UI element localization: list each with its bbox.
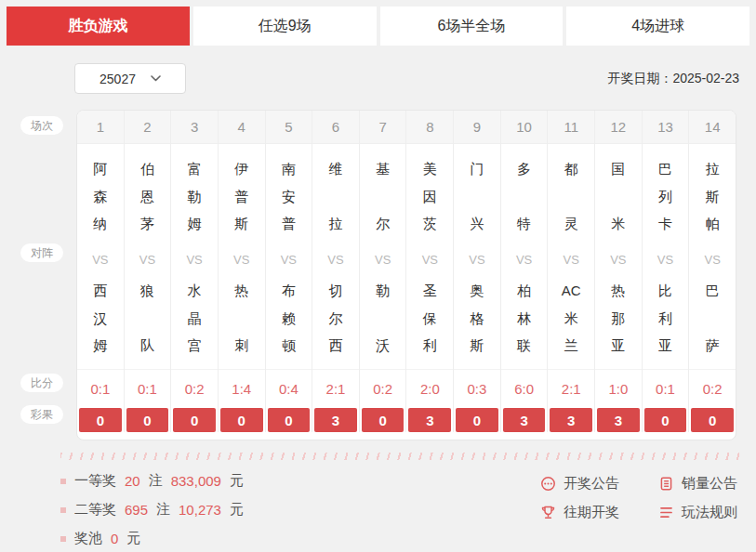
match-result: 3	[550, 408, 592, 432]
ellipsis-bubble-icon	[540, 476, 556, 492]
prize-list: 一等奖20注833,009元二等奖695注10,273元奖池0元	[60, 472, 540, 547]
team-char: 普	[234, 189, 248, 204]
home-team-cell: 多特	[501, 144, 548, 248]
away-team-cell: 热那亚	[595, 271, 642, 369]
team-char: 灵	[564, 216, 578, 231]
tab-shengfu[interactable]: 胜负游戏	[7, 7, 190, 46]
home-team: 维拉	[329, 161, 343, 231]
match-column: 13巴列卡VS比利亚0:10	[642, 111, 689, 432]
team-char: 茨	[423, 216, 437, 231]
team-char: 西	[93, 283, 107, 298]
vs-label: VS	[454, 248, 500, 271]
team-char: 斯	[706, 189, 720, 204]
away-team-cell: 热刺	[219, 271, 265, 369]
away-team-cell: 柏林联	[501, 271, 548, 369]
team-char: 斯	[470, 337, 484, 353]
tab-jinqiu4[interactable]: 4场进球	[566, 7, 749, 46]
home-team-cell: 维拉	[312, 144, 359, 248]
match-result: 0	[691, 408, 734, 432]
away-team: 狼队	[140, 283, 154, 353]
prize-row: 一等奖20注833,009元	[60, 472, 540, 490]
link-ellipsis-bubble[interactable]: 开奖公告	[540, 475, 619, 493]
away-team: 柏林联	[517, 283, 531, 353]
team-char: 利	[423, 337, 437, 353]
list-lines-icon	[658, 505, 674, 520]
tab-renxuan9[interactable]: 任选9场	[193, 7, 377, 46]
result-table-section: 场次 对阵 比分 彩果 1阿森纳VS西汉姆0:102伯恩茅VS狼队0:103富勒…	[0, 110, 756, 440]
row-label-result: 彩果	[20, 405, 63, 424]
team-char: 热	[611, 283, 625, 298]
team-char: 圣	[423, 283, 437, 298]
team-char: 赖	[282, 310, 296, 326]
match-number: 6	[312, 111, 359, 144]
bullet-icon	[60, 507, 66, 513]
prize-label: 二等奖	[74, 501, 116, 519]
team-char: 顿	[282, 337, 296, 353]
issue-select[interactable]: 25027	[74, 63, 186, 94]
home-team-cell: 国米	[595, 144, 642, 248]
team-char: AC	[562, 283, 581, 298]
away-team: 西汉姆	[93, 283, 107, 353]
link-list-lines[interactable]: 玩法规则	[658, 504, 737, 521]
team-char: 兴	[470, 216, 484, 231]
match-score: 0:2	[171, 369, 218, 408]
match-score: 0:1	[125, 369, 171, 408]
away-team-cell: 西汉姆	[77, 271, 124, 369]
match-column: 7基尔VS勒沃0:20	[359, 111, 406, 432]
home-team-cell: 门兴	[454, 144, 500, 248]
team-char: 姆	[188, 216, 202, 231]
toolbar: 25027 开奖日期：2025-02-23	[74, 63, 739, 94]
home-team: 阿森纳	[93, 161, 107, 231]
match-number: 12	[595, 111, 642, 144]
team-char: 萨	[706, 337, 720, 353]
match-result: 0	[173, 408, 216, 432]
home-team: 国米	[611, 161, 625, 231]
link-label: 开奖公告	[564, 475, 619, 493]
prize-row: 二等奖695注10,273元	[60, 501, 540, 519]
home-team: 基尔	[376, 161, 390, 231]
home-team-cell: 南安普	[266, 144, 312, 248]
team-char: 尔	[376, 216, 390, 231]
stripe-divider	[60, 453, 739, 460]
away-team-cell: 奥格斯	[454, 271, 500, 369]
team-char: 安	[282, 189, 296, 204]
team-char: 姆	[93, 337, 107, 353]
home-team: 巴列卡	[658, 161, 672, 231]
team-char: 拉	[329, 216, 343, 231]
away-team-cell: AC米兰	[548, 271, 594, 369]
match-column: 14拉斯帕VS巴萨0:20	[688, 111, 736, 432]
away-team: 切尔西	[329, 283, 343, 353]
match-column: 6维拉VS切尔西2:13	[312, 111, 359, 432]
home-team: 拉斯帕	[706, 161, 720, 231]
away-team: 热刺	[234, 283, 248, 353]
team-char: 亚	[658, 337, 672, 353]
home-team: 多特	[517, 161, 531, 231]
link-document[interactable]: 销量公告	[658, 475, 737, 493]
match-result: 0	[456, 408, 498, 432]
vs-label: VS	[77, 248, 124, 271]
match-score: 0:4	[266, 369, 312, 408]
team-char: 富	[188, 161, 202, 177]
match-result: 3	[503, 408, 546, 432]
match-score: 0:2	[360, 369, 406, 408]
away-team: 比利亚	[658, 283, 672, 353]
home-team-cell: 伯恩茅	[125, 144, 171, 248]
away-team: 水晶宫	[188, 283, 202, 353]
match-column: 10多特VS柏林联6:03	[500, 111, 548, 432]
row-label-matchup: 对阵	[20, 243, 63, 262]
chevron-down-icon	[151, 75, 161, 82]
away-team: 布赖顿	[282, 283, 296, 353]
team-char: 亚	[611, 337, 625, 353]
away-team: 勒沃	[376, 283, 390, 353]
vs-label: VS	[643, 248, 689, 271]
prize-unit: 元	[230, 501, 244, 519]
match-result: 0	[220, 408, 263, 432]
prize-unit: 元	[230, 472, 244, 490]
tab-banquan6[interactable]: 6场半全场	[380, 7, 564, 46]
away-team-cell: 狼队	[125, 271, 171, 369]
home-team: 伊普斯	[234, 161, 248, 231]
prize-amount: 833,009	[171, 473, 221, 489]
away-team: 巴萨	[706, 283, 720, 353]
home-team: 南安普	[282, 161, 296, 231]
link-trophy[interactable]: 往期开奖	[540, 504, 619, 521]
